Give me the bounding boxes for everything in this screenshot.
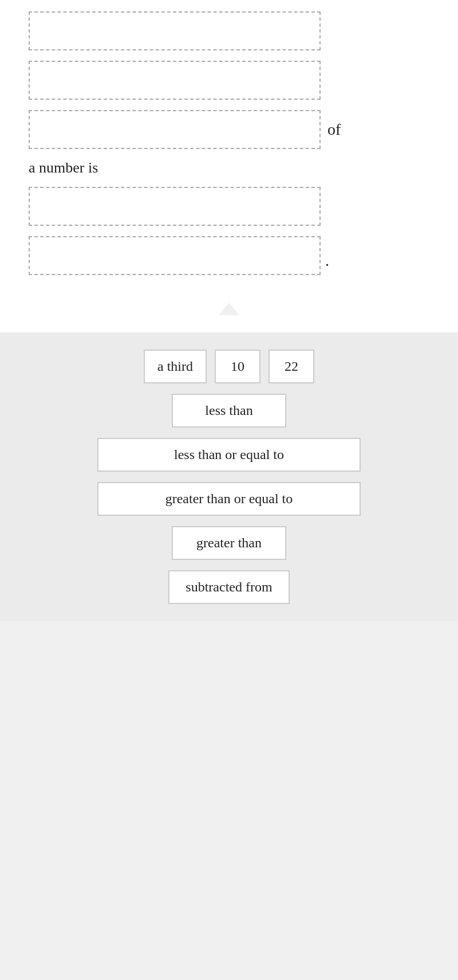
tiles-row-3: less than or equal to — [97, 438, 361, 472]
tiles-row-1: a third 10 22 — [144, 350, 314, 383]
tile-22[interactable]: 22 — [269, 350, 314, 383]
tiles-row-2: less than — [172, 394, 286, 428]
answer-box-2[interactable] — [29, 61, 321, 100]
tiles-row-4: greater than or equal to — [97, 482, 361, 516]
a-number-is-label: a number is — [29, 159, 429, 177]
answer-box-5[interactable] — [29, 236, 321, 275]
dot-label: . — [325, 252, 329, 270]
answer-box-4[interactable] — [29, 187, 321, 226]
tile-subtracted-from[interactable]: subtracted from — [168, 570, 289, 604]
of-label: of — [327, 120, 341, 139]
tile-a-third[interactable]: a third — [144, 350, 207, 383]
tile-less-than[interactable]: less than — [172, 394, 286, 428]
answer-box-3[interactable] — [29, 110, 321, 149]
tile-10[interactable]: 10 — [215, 350, 260, 383]
tiles-row-5: greater than — [172, 526, 286, 560]
tile-less-than-or-equal-to[interactable]: less than or equal to — [97, 438, 361, 472]
tile-greater-than[interactable]: greater than — [172, 526, 286, 560]
bottom-section: a third 10 22 less than less than or equ… — [0, 332, 458, 621]
tile-greater-than-or-equal-to[interactable]: greater than or equal to — [97, 482, 361, 516]
section-divider-arrow — [219, 303, 239, 315]
top-section: of a number is . — [0, 0, 458, 332]
tiles-row-6: subtracted from — [168, 570, 289, 604]
answer-box-1[interactable] — [29, 11, 321, 50]
